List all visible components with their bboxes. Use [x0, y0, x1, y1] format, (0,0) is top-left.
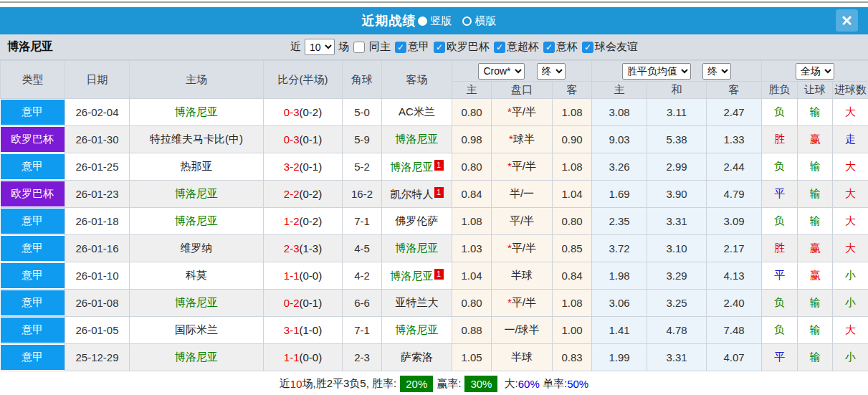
scope-select[interactable]: 全场	[796, 63, 834, 80]
league-filter-serie-a[interactable]: ✓ 意甲	[391, 40, 429, 54]
subheader-outcome: 胜负	[762, 82, 798, 99]
asian-home-odds-cell: 0.98	[452, 126, 492, 153]
handicap-text: 平/半	[512, 160, 536, 172]
away-team-name: 博洛尼亚	[396, 323, 439, 335]
outcome-cell: 负	[762, 208, 798, 235]
league-badge: 意甲	[1, 100, 65, 125]
red-card-badge: 1	[434, 269, 444, 280]
checkbox-checked-icon[interactable]: ✓	[543, 42, 555, 53]
outcome-cell: 平	[762, 181, 798, 208]
fulltime-score: 1-1	[284, 270, 300, 282]
eu-draw-cell: 2.99	[647, 153, 707, 181]
eu-away-cell: 7.48	[707, 317, 762, 344]
handicap-result-cell: 输	[798, 153, 833, 181]
table-row: 意甲26-01-05国际米兰3-1(1-0)7-1博洛尼亚0.88一/球半1.0…	[1, 317, 868, 344]
handicap-cell: 半球	[492, 262, 553, 290]
handicap-text: 半球	[511, 351, 533, 363]
close-button[interactable]: ✕	[836, 9, 858, 32]
asian-odds-select-group: Crow* 终	[452, 61, 592, 82]
close-icon: ✕	[841, 12, 853, 29]
date-cell: 26-01-18	[65, 208, 130, 235]
handicap-text: 平/半	[512, 105, 536, 118]
home-team-name: 热那亚	[181, 160, 213, 172]
home-team-name: 博洛尼亚	[175, 187, 218, 199]
league-filter-coppa[interactable]: ✓ 意杯	[539, 40, 578, 54]
away-team-name: 博洛尼亚	[396, 133, 439, 145]
league-filter-europa[interactable]: ✓ 欧罗巴杯	[429, 40, 490, 54]
scope-select-group: 全场	[762, 61, 868, 82]
col-header-type: 类型	[1, 61, 65, 99]
view-mode-horizontal-label: 横版	[475, 14, 497, 28]
checkbox-checked-icon[interactable]: ✓	[582, 42, 593, 53]
eu-away-cell: 4.13	[707, 262, 762, 290]
summary-bar: 近10场,胜2平3负5, 胜率:20%赢率:30% 大:60% 单率:50%	[0, 371, 868, 395]
title-bar: 近期战绩 竖版 横版 ✕	[0, 7, 868, 34]
table-row: 意甲26-01-18博洛尼亚1-2(0-2)7-1佛罗伦萨1.08平/半0.80…	[1, 208, 868, 235]
col-header-date: 日期	[65, 61, 130, 99]
radio-unselected-icon	[462, 16, 472, 26]
checkbox-checked-icon[interactable]: ✓	[395, 42, 406, 53]
handicap-text: 半球	[511, 269, 533, 281]
same-home-checkbox[interactable]	[353, 42, 365, 53]
odds-source-select[interactable]: Crow*	[478, 63, 525, 80]
asian-home-odds-cell: 0.88	[452, 317, 492, 344]
corner-cell: 6-6	[343, 290, 382, 317]
handicap-text: 球半	[513, 133, 535, 145]
subheader-handicap-result: 让球	[798, 82, 833, 99]
home-team-name: 博洛尼亚	[175, 351, 218, 363]
outcome-cell: 胜	[762, 126, 798, 153]
summary-text: 10	[290, 378, 302, 390]
rate-badge: 20%	[400, 376, 433, 392]
subheader-eu-away: 客	[707, 82, 762, 99]
asian-away-odds-cell: 1.08	[553, 153, 592, 181]
home-cell: 博洛尼亚	[130, 344, 264, 371]
asian-away-odds-cell: 1.08	[553, 290, 592, 317]
same-home-label: 同主	[369, 40, 391, 54]
odds-time-select-1[interactable]: 终	[537, 63, 566, 80]
date-cell: 25-12-29	[65, 344, 130, 371]
score-cell: 2-3(1-3)	[264, 235, 343, 262]
checkbox-checked-icon[interactable]: ✓	[434, 42, 445, 53]
league-filter-supercup[interactable]: ✓ 意超杯	[490, 40, 539, 54]
score-cell: 2-2(0-2)	[264, 181, 343, 208]
odds-time-select-2[interactable]: 终	[702, 63, 731, 80]
league-cell: 欧罗巴杯	[1, 126, 65, 153]
outcome-cell: 负	[762, 290, 798, 317]
corner-cell: 4-5	[343, 235, 382, 262]
eu-home-cell: 2.35	[592, 208, 647, 235]
asian-away-odds-cell: 0.90	[553, 126, 592, 153]
home-team-name: 维罗纳	[181, 242, 213, 254]
eu-draw-cell: 3.25	[647, 290, 707, 317]
asian-home-odds-cell: 1.05	[452, 344, 492, 371]
goals-result-cell: 小	[833, 290, 868, 317]
asian-away-odds-cell: 1.00	[553, 317, 592, 344]
checkbox-checked-icon[interactable]: ✓	[494, 42, 505, 53]
outcome-cell: 胜	[762, 235, 798, 262]
table-row: 意甲25-12-29博洛尼亚1-1(0-0)2-3萨索洛1.05半球0.831.…	[1, 344, 868, 371]
away-team-name: 博洛尼亚	[396, 242, 439, 254]
handicap-cell: 平/半	[492, 208, 553, 235]
europe-odds-select-group: 胜平负均值 终	[592, 61, 762, 82]
team-name: 博洛尼亚	[7, 39, 53, 54]
view-mode-horizontal[interactable]: 横版	[462, 14, 497, 28]
eu-away-cell: 4.07	[707, 344, 762, 371]
away-cell: 亚特兰大	[382, 290, 452, 317]
home-cell: 博洛尼亚	[130, 181, 264, 208]
halftime-score: (0-2)	[300, 188, 323, 200]
away-cell: 萨索洛	[382, 344, 452, 371]
match-count-select[interactable]: 10	[305, 39, 335, 55]
page-title: 近期战绩	[362, 12, 416, 29]
home-cell: 国际米兰	[130, 317, 264, 344]
home-team-name: 博洛尼亚	[175, 296, 218, 308]
league-filter-label: 欧罗巴杯	[447, 40, 490, 54]
halftime-score: (1-3)	[300, 242, 323, 254]
eu-home-cell: 1.41	[592, 317, 647, 344]
league-filter-friendly[interactable]: ✓ 球会友谊	[578, 40, 638, 54]
fulltime-score: 3-1	[284, 324, 300, 336]
summary-text: 赢率:	[437, 377, 461, 391]
view-mode-vertical[interactable]: 竖版	[418, 14, 452, 28]
europe-odds-select[interactable]: 胜平负均值	[622, 63, 691, 80]
date-cell: 26-01-30	[65, 126, 130, 153]
league-cell: 意甲	[1, 262, 65, 290]
league-badge: 欧罗巴杯	[1, 127, 65, 152]
